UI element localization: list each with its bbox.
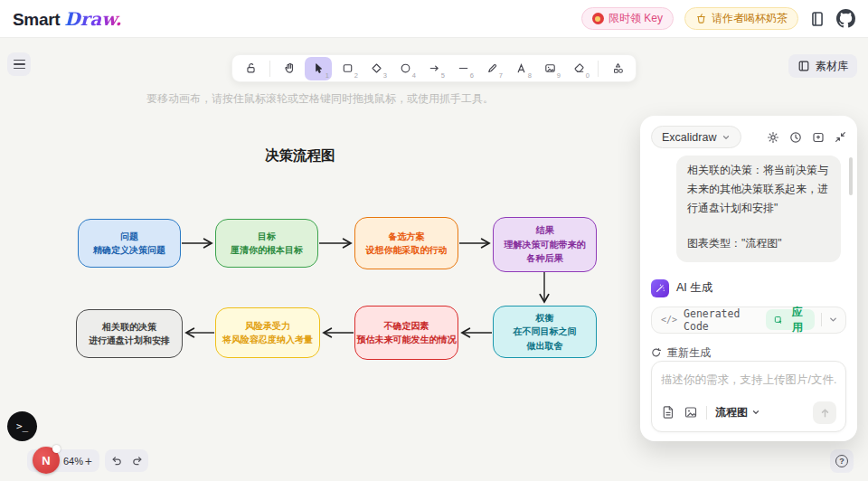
key-badge-icon [592, 13, 604, 24]
hand-tool-button[interactable] [276, 57, 303, 80]
image-icon [684, 405, 698, 420]
ellipse-tool-button[interactable]: 4 [392, 57, 419, 80]
canvas-hint: 要移动画布，请按住鼠标滚轮或空格键同时拖拽鼠标，或使用抓手工具。 [0, 91, 640, 107]
limited-key-label: 限时领 Key [609, 11, 663, 26]
send-arrow-icon [819, 407, 831, 419]
shapes-tool-button[interactable] [604, 57, 631, 80]
avatar-status-dot [52, 445, 61, 453]
generated-code-card[interactable]: </> Generated Code 应用 [651, 307, 846, 334]
topbar: Smart Draw. 限时领 Key 请作者喝杯奶茶 [0, 0, 868, 38]
prompt-input[interactable] [661, 373, 836, 386]
image-icon [543, 61, 557, 75]
zoom-in-button[interactable]: + [85, 454, 92, 468]
line-icon [457, 61, 470, 75]
docs-button[interactable] [809, 11, 826, 27]
user-avatar[interactable]: N [33, 447, 60, 474]
diamond-icon [370, 61, 383, 75]
gear-icon [767, 131, 779, 144]
apply-button[interactable]: 应用 [766, 309, 815, 330]
prompt-toolbar: 流程图 [661, 401, 836, 424]
selection-cursor-icon [312, 61, 326, 75]
node-title: 风险承受力 [245, 319, 290, 334]
node-desc: 精确定义决策问题 [93, 243, 165, 258]
send-button[interactable] [813, 401, 836, 424]
collapse-panel-button[interactable] [835, 131, 846, 143]
flow-node-goal[interactable]: 目标 厘清你的根本目标 [215, 219, 318, 268]
donate-label: 请作者喝杯奶茶 [712, 11, 788, 26]
library-button[interactable]: 素材库 [788, 54, 857, 78]
chat-message-type: 图表类型："流程图" [687, 234, 830, 253]
flow-node-tradeoffs[interactable]: 权衡 在不同目标之间 做出取舍 [493, 306, 597, 358]
terminal-button[interactable]: >_ [7, 411, 37, 441]
history-button[interactable] [789, 131, 802, 144]
selection-tool-button[interactable]: 1 [305, 57, 332, 80]
app-logo[interactable]: Smart Draw. [13, 8, 121, 30]
attach-image-button[interactable] [684, 405, 698, 420]
github-link[interactable] [836, 9, 855, 28]
node-title: 不确定因素 [384, 319, 429, 334]
node-desc: 预估未来可能发生的情况 [357, 333, 457, 347]
diagram-type-label: 流程图 [715, 405, 748, 420]
new-chat-button[interactable] [812, 131, 825, 144]
mode-selector[interactable]: Excalidraw [651, 126, 741, 148]
topbar-actions: 限时领 Key 请作者喝杯奶茶 [581, 7, 855, 30]
ai-generated-label: AI 生成 [676, 280, 712, 296]
expand-code-button[interactable] [828, 315, 838, 325]
code-icon: </> [661, 315, 677, 325]
flow-node-consequences[interactable]: 结果 理解决策可能带来的 各种后果 [493, 217, 597, 272]
library-label: 素材库 [816, 59, 848, 74]
eraser-tool-button[interactable]: 0 [565, 57, 592, 80]
attach-file-button[interactable] [661, 405, 675, 420]
draw-tool-button[interactable]: 7 [478, 57, 505, 80]
menu-button[interactable] [7, 52, 31, 76]
ai-wand-icon [651, 279, 669, 297]
flow-node-linked-decisions[interactable]: 相关联的决策 进行通盘计划和安排 [76, 309, 183, 358]
diagram-type-selector[interactable]: 流程图 [715, 405, 760, 420]
diamond-tool-button[interactable]: 3 [363, 57, 390, 80]
node-title: 相关联的决策 [102, 320, 156, 335]
chevron-down-icon [828, 315, 838, 325]
chat-message-text: 相关联的决策：将当前决策与未来的其他决策联系起来，进行通盘计划和安排" [687, 161, 830, 218]
undo-icon [109, 454, 123, 467]
rectangle-tool-button[interactable]: 2 [334, 57, 361, 80]
ai-panel: Excalidraw 相关联的决策：将当前决策与未来的其他决策联系起来，进行通盘… [640, 116, 857, 441]
node-title: 目标 [258, 230, 276, 244]
settings-button[interactable] [767, 131, 779, 144]
flow-node-problem[interactable]: 问题 精确定义决策问题 [78, 219, 181, 268]
hamburger-icon [14, 60, 25, 61]
lock-tool-button[interactable] [237, 57, 264, 80]
flow-node-risk-tolerance[interactable]: 风险承受力 将风险容忍度纳入考量 [215, 307, 320, 358]
github-icon [836, 9, 855, 28]
apply-label: 应用 [788, 305, 807, 335]
chat-message: 相关联的决策：将当前决策与未来的其他决策联系起来，进行通盘计划和安排" 图表类型… [676, 156, 841, 262]
line-tool-button[interactable]: 6 [449, 57, 476, 80]
donate-button[interactable]: 请作者喝杯奶茶 [684, 7, 798, 30]
flow-node-alternatives[interactable]: 备选方案 设想你能采取的行动 [354, 217, 458, 269]
chevron-down-icon [751, 408, 760, 417]
ai-generated-row: AI 生成 [651, 279, 846, 297]
flow-node-uncertainty[interactable]: 不确定因素 预估未来可能发生的情况 [354, 306, 458, 360]
pencil-icon [486, 61, 499, 75]
node-desc: 进行通盘计划和安排 [89, 334, 170, 348]
collapse-icon [835, 131, 846, 143]
text-tool-button[interactable]: 8 [507, 57, 534, 80]
node-desc: 理解决策可能带来的 各种后果 [505, 238, 586, 266]
redo-button[interactable] [131, 454, 145, 467]
avatar-initial: N [42, 454, 50, 467]
regenerate-button[interactable]: 重新生成 [651, 345, 711, 361]
zoom-level[interactable]: 64% [63, 456, 83, 467]
regenerate-label: 重新生成 [667, 345, 711, 361]
docs-icon [809, 11, 826, 27]
node-title: 问题 [120, 230, 138, 244]
image-tool-button[interactable]: 9 [536, 57, 563, 80]
prompt-input-card: 流程图 [651, 361, 846, 432]
diagram-title[interactable]: 决策流程图 [265, 146, 335, 165]
help-button[interactable]: ? [830, 449, 854, 473]
panel-scrollbar[interactable] [849, 157, 853, 195]
mode-label: Excalidraw [662, 131, 716, 144]
rectangle-icon [341, 61, 354, 75]
hand-icon [283, 61, 297, 75]
undo-button[interactable] [109, 454, 123, 467]
limited-key-button[interactable]: 限时领 Key [581, 7, 674, 30]
arrow-tool-button[interactable]: 5 [420, 57, 448, 80]
